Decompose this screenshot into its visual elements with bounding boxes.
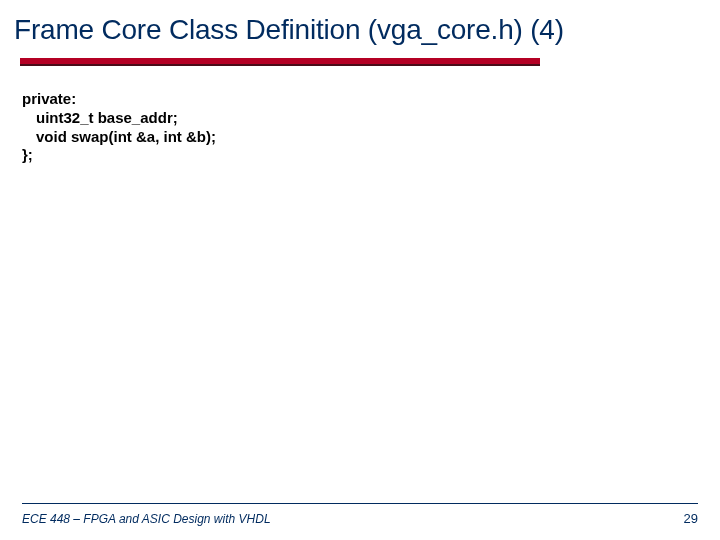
code-line-swap: void swap(int &a, int &b); bbox=[22, 128, 698, 147]
footer-rule bbox=[22, 503, 698, 504]
title-rule bbox=[20, 58, 540, 66]
slide-title: Frame Core Class Definition (vga_core.h)… bbox=[14, 14, 564, 46]
footer-text: ECE 448 – FPGA and ASIC Design with VHDL bbox=[22, 512, 271, 526]
code-line-closebrace: }; bbox=[22, 146, 698, 165]
code-line-private: private: bbox=[22, 90, 698, 109]
code-block: private: uint32_t base_addr; void swap(i… bbox=[22, 90, 698, 165]
slide: Frame Core Class Definition (vga_core.h)… bbox=[0, 0, 720, 540]
code-line-baseaddr: uint32_t base_addr; bbox=[22, 109, 698, 128]
page-number: 29 bbox=[684, 511, 698, 526]
